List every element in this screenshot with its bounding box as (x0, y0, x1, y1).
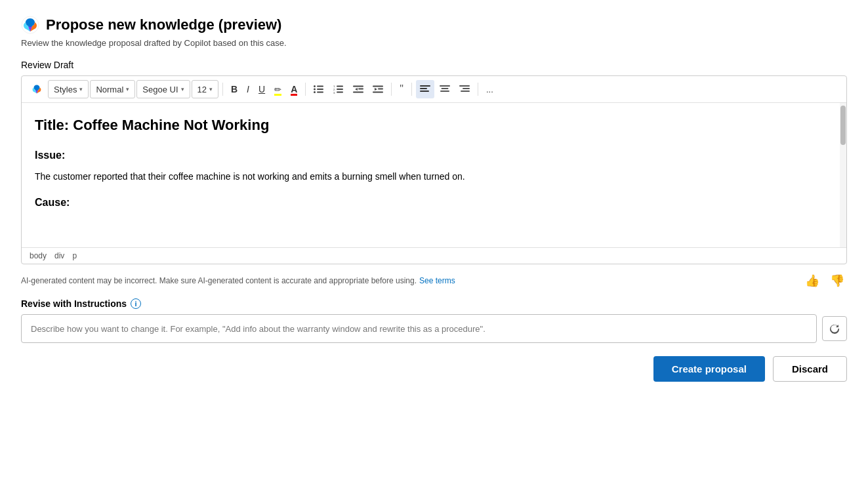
ai-disclaimer: AI-generated content may be incorrect. M… (21, 272, 847, 289)
see-terms-link[interactable]: See terms (419, 276, 455, 285)
copilot-icon (21, 16, 39, 34)
svg-point-5 (314, 91, 316, 93)
font-size-dropdown[interactable]: 12 ▾ (192, 80, 218, 98)
align-right-button[interactable] (455, 80, 474, 98)
svg-rect-20 (373, 92, 383, 93)
svg-rect-8 (337, 86, 343, 87)
status-div: div (54, 251, 64, 260)
discard-button[interactable]: Discard (773, 356, 847, 382)
svg-rect-16 (353, 92, 363, 93)
thumbs-down-button[interactable]: 👎 (827, 272, 847, 289)
page-subtitle: Review the knowledge proposal drafted by… (21, 38, 847, 48)
font-chevron-icon: ▾ (181, 86, 184, 92)
editor-issue-heading: Issue: (35, 147, 833, 164)
revise-input[interactable] (21, 314, 817, 343)
normal-label: Normal (96, 85, 123, 94)
create-proposal-button[interactable]: Create proposal (653, 356, 765, 382)
styles-label: Styles (54, 85, 77, 94)
italic-label: I (247, 84, 249, 94)
editor-toolbar: Styles ▾ Normal ▾ Segoe UI ▾ 12 ▾ B I (22, 76, 846, 103)
separator-4 (411, 83, 412, 96)
normal-chevron-icon: ▾ (126, 86, 129, 92)
svg-rect-22 (420, 88, 427, 89)
more-label: ... (486, 85, 493, 94)
editor-cause-heading: Cause: (35, 194, 833, 211)
copilot-toolbar-icon[interactable] (27, 80, 47, 98)
svg-rect-6 (317, 92, 323, 93)
svg-rect-2 (317, 86, 323, 87)
svg-rect-21 (420, 85, 430, 87)
normal-dropdown[interactable]: Normal ▾ (90, 80, 135, 98)
status-p: p (72, 251, 77, 260)
svg-rect-27 (440, 91, 449, 92)
bullets-button[interactable] (310, 80, 328, 98)
editor-scrollbar-thumb[interactable] (840, 106, 846, 145)
refresh-button[interactable] (822, 316, 847, 341)
underline-label: U (258, 84, 265, 94)
align-left-button[interactable] (416, 80, 434, 98)
svg-rect-15 (358, 89, 363, 90)
revise-label: Revise with Instructions i (21, 298, 847, 309)
align-center-button[interactable] (436, 80, 454, 98)
svg-point-1 (314, 85, 316, 87)
thumbs-up-button[interactable]: 👍 (802, 272, 822, 289)
svg-rect-26 (441, 88, 448, 89)
editor-container: Styles ▾ Normal ▾ Segoe UI ▾ 12 ▾ B I (21, 75, 847, 264)
editor-issue-body: The customer reported that their coffee … (35, 169, 833, 184)
font-dropdown[interactable]: Segoe UI ▾ (136, 80, 190, 98)
revise-row (21, 314, 847, 343)
size-label: 12 (197, 85, 207, 94)
svg-text:3.: 3. (333, 91, 335, 94)
quote-button[interactable]: " (396, 80, 407, 98)
bold-button[interactable]: B (227, 80, 241, 98)
svg-rect-10 (337, 89, 343, 90)
thumbs-row: 👍 👎 (802, 272, 847, 289)
editor-scrollbar-track[interactable] (840, 103, 846, 247)
action-row: Create proposal Discard (21, 356, 847, 382)
editor-content[interactable]: Title: Coffee Machine Not Working Issue:… (22, 103, 846, 247)
svg-rect-29 (463, 88, 470, 89)
font-color-button[interactable]: A (287, 80, 301, 98)
section-label: Review Draft (21, 60, 847, 70)
ai-disclaimer-left: AI-generated content may be incorrect. M… (21, 276, 455, 285)
editor-title: Title: Coffee Machine Not Working (35, 113, 833, 136)
indent-button[interactable] (369, 80, 387, 98)
separator-5 (478, 83, 478, 96)
bold-label: B (231, 84, 238, 94)
font-label: Segoe UI (142, 85, 178, 94)
svg-point-3 (314, 89, 316, 91)
page-title: Propose new knowledge (preview) (46, 16, 281, 33)
editor-status-bar: body div p (22, 247, 846, 264)
separator-3 (391, 83, 392, 96)
numbered-list-button[interactable]: 1.2.3. (329, 80, 348, 98)
ai-disclaimer-text: AI-generated content may be incorrect. M… (21, 276, 417, 285)
svg-rect-19 (378, 89, 383, 90)
svg-rect-4 (317, 89, 323, 90)
page-header: Propose new knowledge (preview) (21, 16, 847, 34)
revise-info-icon[interactable]: i (131, 298, 141, 309)
styles-dropdown[interactable]: Styles ▾ (48, 80, 89, 98)
svg-rect-30 (461, 91, 470, 92)
outdent-button[interactable] (349, 80, 367, 98)
separator-2 (305, 83, 306, 96)
svg-rect-28 (459, 85, 470, 87)
svg-rect-25 (440, 85, 450, 87)
more-options-button[interactable]: ... (482, 80, 497, 98)
refresh-icon (829, 323, 840, 334)
styles-chevron-icon: ▾ (79, 86, 83, 92)
size-chevron-icon: ▾ (209, 86, 213, 92)
status-body: body (30, 251, 47, 260)
svg-marker-14 (355, 88, 358, 91)
underline-button[interactable]: U (255, 80, 269, 98)
italic-button[interactable]: I (243, 80, 253, 98)
highlight-button[interactable]: ✏ (270, 80, 285, 98)
svg-marker-18 (375, 88, 377, 91)
svg-rect-12 (337, 92, 343, 93)
svg-rect-17 (373, 86, 383, 87)
svg-rect-23 (420, 91, 429, 92)
svg-rect-13 (353, 86, 363, 87)
separator-1 (222, 83, 223, 96)
revise-label-text: Revise with Instructions (21, 298, 127, 309)
